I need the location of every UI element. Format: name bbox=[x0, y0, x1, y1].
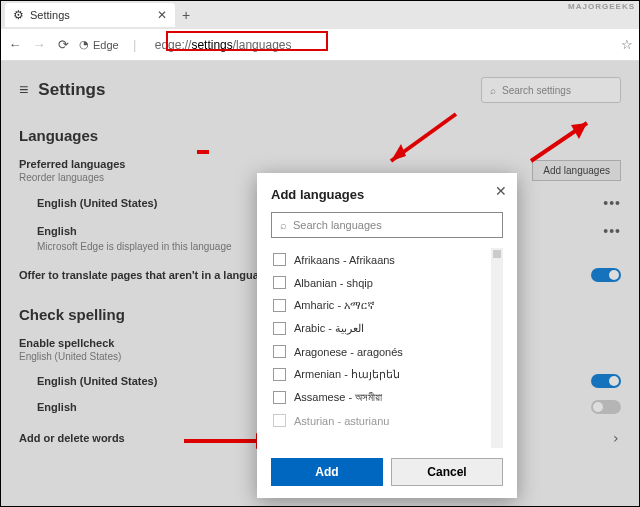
settings-page: ≡ Settings ⌕ Search settings Languages P… bbox=[1, 61, 639, 507]
checkbox[interactable] bbox=[273, 276, 286, 289]
edge-logo-icon: ◔ bbox=[79, 38, 89, 51]
checkbox[interactable] bbox=[273, 368, 286, 381]
cancel-button[interactable]: Cancel bbox=[391, 458, 503, 486]
watermark: MAJORGEEKS bbox=[564, 1, 639, 12]
checkbox[interactable] bbox=[273, 253, 286, 266]
origin-label: Edge bbox=[93, 39, 119, 51]
close-icon[interactable]: ✕ bbox=[495, 183, 507, 199]
search-icon: ⌕ bbox=[280, 219, 287, 231]
url-display[interactable]: edge://settings/languages bbox=[151, 37, 296, 53]
dialog-search-input[interactable]: ⌕ Search languages bbox=[271, 212, 503, 238]
checkbox[interactable] bbox=[273, 299, 286, 312]
tab-title: Settings bbox=[30, 9, 70, 21]
favorite-icon[interactable]: ☆ bbox=[621, 37, 633, 52]
list-item[interactable]: Asturian - asturianu bbox=[271, 409, 503, 432]
language-list[interactable]: Afrikaans - Afrikaans Albanian - shqip A… bbox=[271, 248, 503, 448]
list-item[interactable]: Afrikaans - Afrikaans bbox=[271, 248, 503, 271]
forward-icon[interactable]: → bbox=[31, 37, 47, 52]
list-item[interactable]: Assamese - অসমীয়া bbox=[271, 386, 503, 409]
refresh-icon[interactable]: ⟳ bbox=[55, 37, 71, 52]
add-button[interactable]: Add bbox=[271, 458, 383, 486]
browser-tab[interactable]: ⚙ Settings ✕ bbox=[5, 3, 175, 27]
close-tab-icon[interactable]: ✕ bbox=[157, 8, 167, 22]
tab-strip: ⚙ Settings ✕ + MAJORGEEKS bbox=[1, 1, 639, 29]
add-languages-dialog: ✕ Add languages ⌕ Search languages Afrik… bbox=[257, 173, 517, 498]
gear-icon: ⚙ bbox=[13, 8, 24, 22]
dialog-search-placeholder: Search languages bbox=[293, 219, 382, 231]
site-identity: ◔ Edge bbox=[79, 38, 119, 51]
list-item[interactable]: Arabic - العربية bbox=[271, 317, 503, 340]
address-bar: ← → ⟳ ◔ Edge | edge://settings/languages… bbox=[1, 29, 639, 61]
list-item[interactable]: Amharic - አማርኛ bbox=[271, 294, 503, 317]
dialog-title: Add languages bbox=[271, 187, 503, 202]
annotation-mark bbox=[197, 150, 209, 154]
back-icon[interactable]: ← bbox=[7, 37, 23, 52]
list-item[interactable]: Aragonese - aragonés bbox=[271, 340, 503, 363]
checkbox[interactable] bbox=[273, 322, 286, 335]
checkbox[interactable] bbox=[273, 391, 286, 404]
checkbox[interactable] bbox=[273, 414, 286, 427]
list-item[interactable]: Armenian - հայերեն bbox=[271, 363, 503, 386]
new-tab-button[interactable]: + bbox=[175, 7, 197, 23]
separator: | bbox=[127, 37, 143, 52]
checkbox[interactable] bbox=[273, 345, 286, 358]
list-item[interactable]: Albanian - shqip bbox=[271, 271, 503, 294]
scrollbar[interactable] bbox=[491, 248, 503, 448]
dialog-buttons: Add Cancel bbox=[271, 458, 503, 486]
